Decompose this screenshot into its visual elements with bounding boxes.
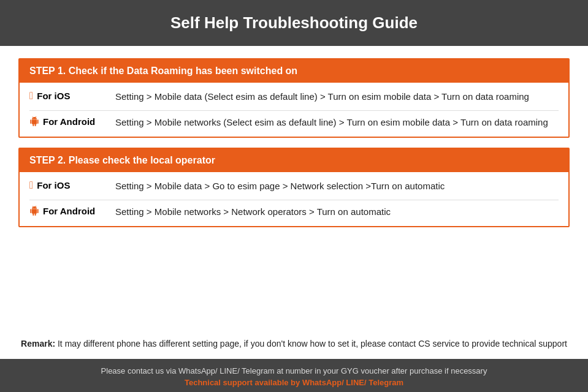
step1-heading: STEP 1. Check if the Data Roaming has be… bbox=[29, 66, 559, 77]
step2-header: STEP 2. Please check the local operator bbox=[20, 149, 568, 172]
step1-header: STEP 1. Check if the Data Roaming has be… bbox=[20, 59, 568, 83]
apple-icon-2:  bbox=[29, 180, 33, 190]
step2-android-row: For Android Setting > Mobile networks > … bbox=[29, 205, 559, 219]
step2-heading: STEP 2. Please check the local operator bbox=[29, 155, 559, 166]
step1-ios-row:  For iOS Setting > Mobile data (Select … bbox=[29, 90, 559, 104]
page-title: Self Help Troubleshooting Guide bbox=[0, 13, 588, 32]
step2-ios-label:  For iOS bbox=[29, 179, 115, 190]
remark-label: Remark: bbox=[21, 339, 55, 349]
footer-main-text: Please contact us via WhatsApp/ LINE/ Te… bbox=[0, 366, 588, 375]
step1-android-row: For Android Setting > Mobile networks (S… bbox=[29, 116, 559, 130]
step1-body:  For iOS Setting > Mobile data (Select … bbox=[20, 83, 568, 137]
step2-android-text: Setting > Mobile networks > Network oper… bbox=[115, 205, 559, 219]
step1-card: STEP 1. Check if the Data Roaming has be… bbox=[18, 58, 570, 138]
android-icon bbox=[29, 116, 39, 126]
page-header: Self Help Troubleshooting Guide bbox=[0, 0, 588, 46]
remark-text: It may different phone has different set… bbox=[55, 339, 567, 349]
step1-android-text: Setting > Mobile networks (Select esim a… bbox=[115, 116, 559, 130]
step2-card: STEP 2. Please check the local operator … bbox=[18, 148, 570, 227]
footer: Please contact us via WhatsApp/ LINE/ Te… bbox=[0, 359, 588, 392]
step2-android-label: For Android bbox=[29, 205, 115, 216]
step1-ios-text: Setting > Mobile data (Select esim as de… bbox=[115, 90, 559, 104]
apple-icon:  bbox=[29, 91, 33, 101]
remark-section: Remark: It may different phone has diffe… bbox=[0, 331, 588, 359]
step1-ios-label:  For iOS bbox=[29, 90, 115, 101]
step2-ios-text: Setting > Mobile data > Go to esim page … bbox=[115, 179, 559, 194]
step2-body:  For iOS Setting > Mobile data > Go to … bbox=[20, 172, 568, 226]
android-icon-2 bbox=[29, 206, 39, 216]
step2-divider bbox=[29, 200, 559, 200]
footer-support-text: Technical support available by WhatsApp/… bbox=[0, 378, 588, 387]
main-content: STEP 1. Check if the Data Roaming has be… bbox=[0, 46, 588, 331]
step1-divider bbox=[29, 110, 559, 111]
step1-android-label: For Android bbox=[29, 116, 115, 127]
step2-ios-row:  For iOS Setting > Mobile data > Go to … bbox=[29, 179, 559, 194]
